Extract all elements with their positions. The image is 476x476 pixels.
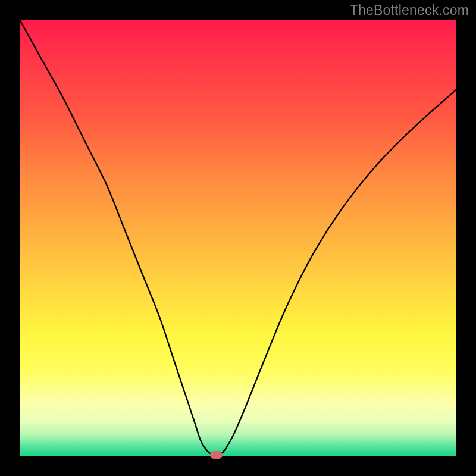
curve-svg: [20, 20, 456, 456]
optimum-marker: [210, 451, 223, 459]
plot-area: [20, 20, 456, 456]
chart-frame: TheBottleneck.com: [0, 0, 476, 476]
bottleneck-curve: [20, 20, 456, 455]
watermark-text: TheBottleneck.com: [350, 2, 469, 18]
